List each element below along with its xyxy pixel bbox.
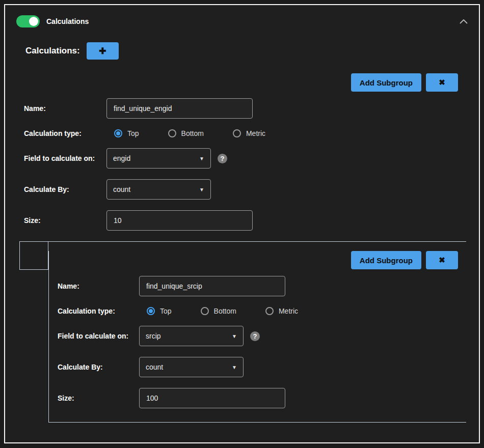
help-icon[interactable]: ? bbox=[250, 331, 260, 341]
calc-by-select[interactable]: count ▼ bbox=[106, 179, 211, 200]
subgroup-connector-box bbox=[19, 241, 48, 270]
name-label: Name: bbox=[58, 282, 139, 290]
calc-by-select[interactable]: count ▼ bbox=[139, 357, 244, 377]
size-input[interactable] bbox=[139, 388, 285, 408]
calculations-toggle[interactable] bbox=[16, 15, 40, 27]
add-calculation-button[interactable]: ✚ bbox=[87, 42, 119, 60]
name-input[interactable] bbox=[106, 98, 253, 119]
section-label: Calculations: bbox=[25, 46, 80, 56]
radio-option-top[interactable]: Top bbox=[114, 129, 139, 137]
radio-option-metric[interactable]: Metric bbox=[265, 307, 298, 315]
size-label: Size: bbox=[58, 394, 139, 402]
collapse-button[interactable] bbox=[460, 19, 468, 24]
calc-type-radios: Top Bottom Metric bbox=[106, 129, 294, 137]
size-row: Size: bbox=[24, 210, 479, 231]
radio-bottom-label[interactable]: Bottom bbox=[214, 307, 236, 315]
calculations-section-row: Calculations: ✚ bbox=[5, 27, 479, 60]
chevron-up-icon bbox=[460, 19, 468, 24]
radio-top-dot[interactable] bbox=[114, 129, 122, 137]
calc-type-label: Calculation type: bbox=[24, 129, 106, 137]
field-row: Field to calculate on: srcip ▼ ? bbox=[58, 326, 466, 346]
radio-top-label[interactable]: Top bbox=[160, 307, 172, 315]
radio-metric-dot[interactable] bbox=[265, 307, 274, 315]
size-row: Size: bbox=[58, 388, 466, 408]
help-icon[interactable]: ? bbox=[218, 154, 227, 163]
calc-type-row: Calculation type: Top Bottom Metric bbox=[24, 129, 479, 137]
radio-metric-dot[interactable] bbox=[233, 129, 241, 137]
radio-top-label[interactable]: Top bbox=[127, 129, 139, 137]
calc-by-label: Calculate By: bbox=[58, 363, 139, 371]
name-label: Name: bbox=[24, 104, 106, 113]
calc-type-radios: Top Bottom Metric bbox=[139, 307, 327, 315]
radio-bottom-dot[interactable] bbox=[201, 307, 209, 315]
caret-down-icon: ▼ bbox=[232, 365, 237, 370]
calculation-group-1: Add Subgroup ✖ Name: Calculation type: T… bbox=[5, 73, 479, 231]
size-label: Size: bbox=[24, 216, 106, 225]
radio-option-bottom[interactable]: Bottom bbox=[168, 129, 204, 137]
subgroup-container: Add Subgroup ✖ Name: Calculation type: T… bbox=[19, 241, 466, 423]
calc-type-row: Calculation type: Top Bottom Metric bbox=[58, 307, 466, 315]
radio-bottom-label[interactable]: Bottom bbox=[181, 129, 204, 137]
remove-group-button[interactable]: ✖ bbox=[426, 73, 458, 92]
group-form: Name: Calculation type: Top Bottom bbox=[5, 98, 479, 231]
calc-by-select-value: count bbox=[146, 363, 163, 371]
radio-option-top[interactable]: Top bbox=[147, 307, 172, 315]
caret-down-icon: ▼ bbox=[199, 187, 204, 192]
name-row: Name: bbox=[58, 276, 466, 296]
add-subgroup-button[interactable]: Add Subgroup bbox=[351, 73, 421, 92]
calc-by-row: Calculate By: count ▼ bbox=[24, 179, 479, 200]
group-actions: Add Subgroup ✖ bbox=[5, 73, 479, 92]
radio-top-dot[interactable] bbox=[147, 307, 155, 315]
caret-down-icon: ▼ bbox=[232, 333, 237, 339]
add-subgroup-button[interactable]: Add Subgroup bbox=[351, 251, 421, 269]
caret-down-icon: ▼ bbox=[199, 156, 204, 161]
group-actions: Add Subgroup ✖ bbox=[49, 251, 466, 269]
size-input[interactable] bbox=[106, 210, 253, 231]
radio-option-bottom[interactable]: Bottom bbox=[201, 307, 236, 315]
panel-header: Calculations bbox=[5, 5, 479, 27]
name-row: Name: bbox=[24, 98, 479, 119]
calculation-group-2: Add Subgroup ✖ Name: Calculation type: T… bbox=[48, 251, 466, 423]
radio-bottom-dot[interactable] bbox=[168, 129, 176, 137]
calc-type-label: Calculation type: bbox=[58, 307, 139, 315]
name-input[interactable] bbox=[139, 276, 285, 296]
toggle-label: Calculations bbox=[46, 17, 89, 25]
field-select-value: engid bbox=[113, 154, 130, 162]
calc-by-row: Calculate By: count ▼ bbox=[58, 357, 466, 377]
group-form: Name: Calculation type: Top Bottom bbox=[49, 276, 466, 408]
field-select-value: srcip bbox=[146, 332, 161, 340]
radio-option-metric[interactable]: Metric bbox=[233, 129, 265, 137]
field-label: Field to calculate on: bbox=[58, 332, 139, 340]
field-label: Field to calculate on: bbox=[24, 154, 106, 162]
field-select[interactable]: srcip ▼ bbox=[139, 326, 244, 346]
calculations-panel: Calculations Calculations: ✚ Add Subgrou… bbox=[4, 4, 480, 443]
radio-metric-label[interactable]: Metric bbox=[246, 129, 265, 137]
field-select[interactable]: engid ▼ bbox=[106, 148, 211, 169]
toggle-knob bbox=[29, 17, 38, 26]
calc-by-select-value: count bbox=[113, 185, 130, 193]
calc-by-label: Calculate By: bbox=[24, 185, 106, 193]
field-row: Field to calculate on: engid ▼ ? bbox=[24, 148, 479, 169]
radio-metric-label[interactable]: Metric bbox=[279, 307, 298, 315]
remove-group-button[interactable]: ✖ bbox=[426, 251, 458, 269]
